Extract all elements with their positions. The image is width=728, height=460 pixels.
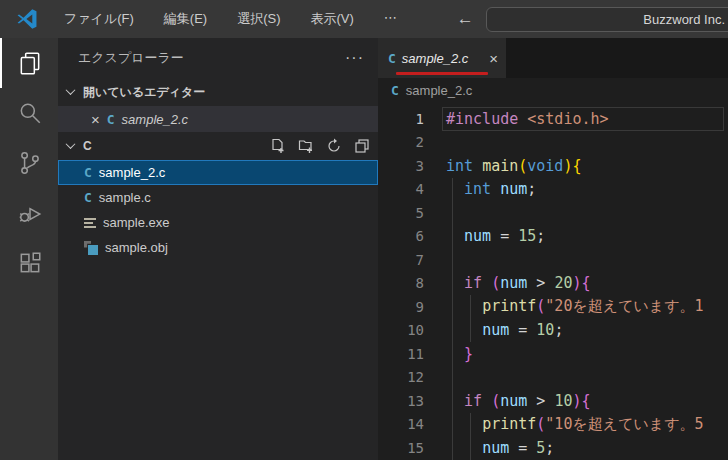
indent-guide bbox=[452, 366, 453, 390]
token: > bbox=[527, 392, 554, 410]
tab-sample-2-c[interactable]: C sample_2.c × bbox=[378, 38, 506, 78]
refresh-icon[interactable] bbox=[326, 138, 342, 154]
open-editor-item[interactable]: ×Csample_2.c bbox=[58, 106, 378, 132]
activity-search-button[interactable] bbox=[0, 88, 58, 138]
token: ( bbox=[536, 415, 545, 433]
code-line-10[interactable]: 10 num = 10; bbox=[378, 319, 728, 343]
file-label: sample.exe bbox=[103, 215, 169, 230]
collapse-all-icon[interactable] bbox=[354, 138, 370, 154]
code-line-4[interactable]: 4 int num; bbox=[378, 178, 728, 202]
token: "10を超えています。5 bbox=[545, 415, 703, 433]
window-title: Buzzword Inc. bbox=[643, 12, 725, 27]
indent-guide bbox=[452, 319, 453, 343]
back-icon[interactable]: ← bbox=[457, 9, 474, 29]
indent-guide bbox=[452, 342, 453, 366]
menu-item-1[interactable]: 編集(E) bbox=[152, 6, 219, 32]
indent-guide bbox=[452, 272, 453, 296]
indent-guide bbox=[470, 436, 471, 460]
chevron-down-icon bbox=[66, 85, 76, 95]
token: ( bbox=[536, 297, 545, 315]
menu-item-0[interactable]: ファイル(F) bbox=[52, 6, 146, 32]
token: 15 bbox=[518, 227, 536, 245]
line-number: 1 bbox=[378, 111, 424, 127]
folder-section-header[interactable]: C bbox=[58, 132, 378, 160]
line-number: 7 bbox=[378, 252, 424, 268]
code-line-13[interactable]: 13 if (num > 10){ bbox=[378, 389, 728, 413]
activity-explorer-button[interactable] bbox=[0, 38, 58, 88]
code-line-15[interactable]: 15 num = 5; bbox=[378, 436, 728, 460]
token: "20を超えています。1 bbox=[545, 297, 703, 315]
code-line-11[interactable]: 11 } bbox=[378, 342, 728, 366]
token: ( bbox=[491, 274, 500, 292]
token: 20 bbox=[554, 274, 572, 292]
command-center-search[interactable]: Buzzword Inc. bbox=[486, 7, 728, 32]
token bbox=[491, 180, 500, 198]
file-row-sample_2.c[interactable]: Csample_2.c bbox=[58, 160, 378, 185]
code-text: } bbox=[446, 345, 473, 363]
token: = bbox=[509, 321, 536, 339]
menu-item-3[interactable]: 表示(V) bbox=[299, 6, 366, 32]
token: num bbox=[500, 180, 527, 198]
token: ; bbox=[554, 321, 563, 339]
tab-red-underline-annotation bbox=[396, 72, 488, 75]
token: ( bbox=[518, 157, 527, 175]
vscode-logo-icon bbox=[16, 8, 38, 30]
explorer-sidebar: エクスプローラー ··· 開いているエディター ×Csample_2.c C bbox=[58, 38, 378, 460]
line-number: 14 bbox=[378, 416, 424, 432]
menu-item-2[interactable]: 選択(S) bbox=[225, 6, 292, 32]
menu-item-4[interactable]: ⋯ bbox=[372, 6, 409, 32]
code-line-8[interactable]: 8 if (num > 20){ bbox=[378, 272, 728, 296]
new-file-icon[interactable] bbox=[270, 138, 286, 154]
code-line-7[interactable]: 7 bbox=[378, 248, 728, 272]
activity-run-debug-button[interactable] bbox=[0, 188, 58, 238]
activity-extensions-button[interactable] bbox=[0, 238, 58, 288]
explorer-more-actions-icon[interactable]: ··· bbox=[345, 49, 364, 67]
indent-guide bbox=[452, 248, 453, 272]
open-editor-label: sample_2.c bbox=[122, 112, 188, 127]
code-line-14[interactable]: 14 printf("10を超えています。5 bbox=[378, 413, 728, 437]
code-editor[interactable]: 1#include <stdio.h>23int main(void){4 in… bbox=[378, 103, 728, 460]
source-control-icon bbox=[17, 150, 43, 176]
close-icon[interactable]: × bbox=[91, 111, 100, 128]
indent-guide bbox=[470, 295, 471, 319]
token: { bbox=[581, 392, 590, 410]
c-file-icon: C bbox=[388, 51, 396, 66]
file-row-sample.obj[interactable]: sample.obj bbox=[58, 235, 378, 260]
line-number: 11 bbox=[378, 346, 424, 362]
code-line-3[interactable]: 3int main(void){ bbox=[378, 154, 728, 178]
code-text: printf("10を超えています。5 bbox=[446, 415, 704, 434]
token: 10 bbox=[554, 392, 572, 410]
indent-guide bbox=[452, 389, 453, 413]
code-line-12[interactable]: 12 bbox=[378, 366, 728, 390]
token: num bbox=[482, 439, 509, 457]
open-editors-section-header[interactable]: 開いているエディター bbox=[58, 78, 378, 106]
token: int bbox=[464, 180, 491, 198]
object-file-icon bbox=[84, 241, 98, 255]
code-line-6[interactable]: 6 num = 15; bbox=[378, 225, 728, 249]
line-number: 3 bbox=[378, 158, 424, 174]
editor-group: C sample_2.c × C sample_2.c 1#include <s… bbox=[378, 38, 728, 460]
activity-source-control-button[interactable] bbox=[0, 138, 58, 188]
code-line-1[interactable]: 1#include <stdio.h> bbox=[378, 107, 728, 131]
token: if bbox=[464, 392, 482, 410]
code-line-5[interactable]: 5 bbox=[378, 201, 728, 225]
new-folder-icon[interactable] bbox=[298, 138, 314, 154]
code-line-9[interactable]: 9 printf("20を超えています。1 bbox=[378, 295, 728, 319]
breadcrumb[interactable]: C sample_2.c bbox=[378, 78, 728, 103]
c-file-icon: C bbox=[107, 112, 115, 127]
token: int bbox=[446, 157, 473, 175]
indent-guide bbox=[452, 295, 453, 319]
code-line-2[interactable]: 2 bbox=[378, 131, 728, 155]
file-row-sample.exe[interactable]: sample.exe bbox=[58, 210, 378, 235]
token: #include bbox=[446, 110, 518, 128]
folder-name: C bbox=[83, 139, 92, 153]
token: ; bbox=[536, 227, 545, 245]
code-text: num = 10; bbox=[446, 321, 563, 339]
token bbox=[482, 274, 491, 292]
token bbox=[446, 227, 464, 245]
indent-guide bbox=[452, 225, 453, 249]
line-number: 6 bbox=[378, 228, 424, 244]
file-row-sample.c[interactable]: Csample.c bbox=[58, 185, 378, 210]
tab-close-icon[interactable]: × bbox=[489, 50, 498, 67]
token: main bbox=[482, 157, 518, 175]
